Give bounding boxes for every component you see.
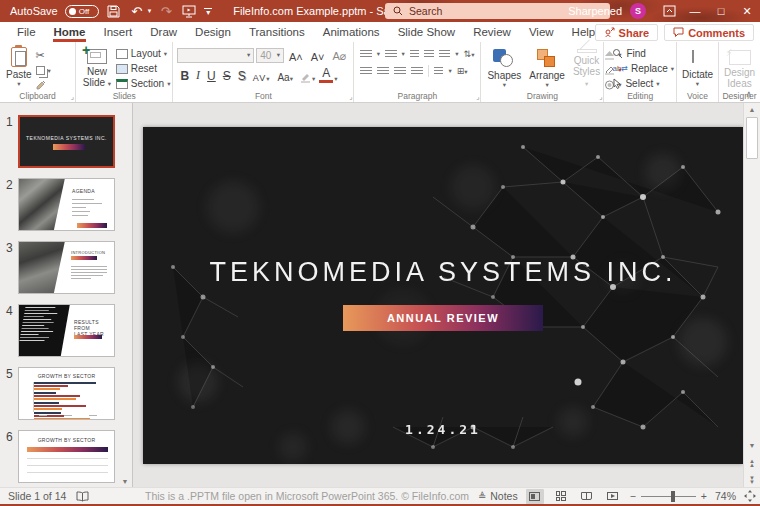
slide-canvas[interactable]: TEKNOMEDIA SYSTEMS INC. ANNUAL REVIEW 1.… — [143, 127, 743, 464]
slide-date[interactable]: 1.24.21 — [143, 422, 743, 437]
undo-icon[interactable]: ↶ — [129, 3, 145, 19]
cut-button[interactable]: ✂ — [36, 49, 51, 62]
normal-view-button[interactable] — [526, 489, 544, 504]
save-icon[interactable] — [106, 3, 122, 19]
justify-icon[interactable] — [411, 67, 423, 76]
text-direction-icon[interactable]: ⇅▾ — [464, 49, 475, 59]
share-button[interactable]: Share — [595, 24, 659, 41]
tab-transitions[interactable]: Transitions — [240, 23, 314, 42]
slide-sorter-view-button[interactable] — [552, 489, 570, 504]
paragraph-dialog-launcher-icon[interactable]: ⌟ — [476, 93, 479, 101]
reset-button[interactable]: Reset — [116, 62, 171, 75]
thumbnail-2-frame[interactable]: AGENDA — [18, 178, 115, 231]
slide-title[interactable]: TEKNOMEDIA SYSTEMS INC. — [143, 257, 743, 288]
thumbnail-scroll-down-icon[interactable]: ▼ — [119, 478, 131, 485]
align-center-icon[interactable] — [377, 67, 389, 76]
tab-design[interactable]: Design — [186, 23, 240, 42]
comments-button[interactable]: Comments — [664, 24, 754, 41]
font-size-combobox[interactable]: 40▾ — [256, 48, 284, 63]
zoom-in-icon[interactable]: + — [701, 490, 707, 502]
user-name[interactable]: Sharpened — [568, 5, 622, 17]
tab-file[interactable]: File — [8, 23, 45, 42]
find-button[interactable]: Find — [612, 47, 674, 60]
shrink-font-button[interactable]: A˅ — [308, 47, 328, 63]
customize-quick-access-icon[interactable]: ▾ — [204, 8, 212, 15]
tab-review[interactable]: Review — [464, 23, 520, 42]
paste-button[interactable]: Paste ▾ — [2, 45, 36, 91]
font-dialog-launcher-icon[interactable]: ⌟ — [349, 93, 352, 101]
zoom-out-icon[interactable]: − — [630, 490, 636, 502]
zoom-slider-thumb[interactable] — [671, 491, 675, 502]
replace-button[interactable]: ab⇄ Replace▾ — [612, 62, 674, 75]
thumbnail-scrollbar[interactable]: ▼ — [119, 103, 131, 487]
accessibility-icon[interactable] — [76, 491, 89, 502]
smartart-icon[interactable]: ⊞▾ — [457, 66, 468, 76]
fit-slide-to-window-icon[interactable] — [744, 490, 756, 502]
section-button[interactable]: Section▾ — [116, 77, 171, 90]
notes-toggle[interactable]: ≜ Notes — [478, 490, 518, 502]
text-shadow-button[interactable]: S — [235, 67, 249, 83]
slide-indicator[interactable]: Slide 1 of 14 — [8, 490, 66, 502]
thumbnail-3-frame[interactable]: INTRODUCTION — [18, 241, 115, 294]
thumbnail-1-frame[interactable]: TEKNOMEDIA SYSTEMS INC. — [18, 115, 115, 168]
start-slideshow-icon[interactable] — [181, 3, 197, 19]
slide-show-view-button[interactable] — [604, 489, 622, 504]
copy-button[interactable]: ▾ — [36, 64, 51, 77]
numbering-icon[interactable] — [385, 50, 396, 59]
select-button[interactable]: Select▾ — [612, 77, 674, 90]
decrease-indent-icon[interactable] — [410, 50, 420, 59]
bold-button[interactable]: B — [177, 67, 192, 83]
tab-view[interactable]: View — [520, 23, 563, 42]
reading-view-button[interactable] — [578, 489, 596, 504]
highlight-color-button[interactable]: ▾ — [297, 67, 318, 83]
font-color-dropdown-icon[interactable]: ▾ — [334, 75, 337, 83]
layout-button[interactable]: Layout▾ — [116, 47, 171, 60]
scroll-up-icon[interactable]: ▲ — [744, 105, 760, 115]
change-case-button[interactable]: Aa▾ — [274, 67, 296, 83]
character-spacing-button[interactable]: AV▾ — [250, 67, 274, 83]
thumbnail-4-frame[interactable]: RESULTS FROMLAST YEAR — [18, 304, 115, 357]
zoom-slider[interactable]: − + — [630, 490, 707, 502]
thumbnail-5-frame[interactable]: GROWTH BY SECTOR — [18, 367, 115, 420]
minimize-button[interactable]: — — [682, 0, 708, 22]
increase-indent-icon[interactable] — [424, 50, 434, 59]
vertical-scrollbar[interactable]: ▲ ▼ ▲▲ ▼▼ — [743, 103, 760, 487]
arrange-button[interactable]: Arrange▾ — [525, 45, 569, 91]
zoom-level[interactable]: 74% — [715, 490, 736, 502]
dictate-button[interactable]: Dictate▾ — [679, 45, 716, 91]
underline-button[interactable]: U — [204, 67, 219, 83]
clear-formatting-button[interactable]: A⌀ — [329, 47, 349, 63]
close-button[interactable]: ✕ — [734, 0, 760, 22]
italic-button[interactable]: I — [193, 67, 203, 83]
tab-draw[interactable]: Draw — [141, 23, 186, 42]
line-spacing-icon[interactable] — [439, 50, 450, 59]
previous-slide-icon[interactable]: ▲▲ — [744, 459, 760, 467]
tab-slide-show[interactable]: Slide Show — [389, 23, 465, 42]
font-name-combobox[interactable]: ▾ — [177, 48, 254, 63]
thumbnail-6-frame[interactable]: GROWTH BY SECTOR — [18, 430, 115, 483]
clipboard-dialog-launcher-icon[interactable]: ⌟ — [71, 93, 74, 101]
scrollbar-thumb[interactable] — [746, 117, 758, 159]
avatar[interactable]: S — [630, 3, 646, 19]
undo-dropdown-icon[interactable]: ▾ — [148, 7, 152, 15]
next-slide-icon[interactable]: ▼▼ — [744, 476, 760, 484]
drawing-dialog-launcher-icon[interactable]: ⌟ — [599, 93, 602, 101]
tab-home[interactable]: Home — [45, 23, 95, 42]
collapse-ribbon-icon[interactable]: ∧ — [745, 89, 752, 99]
align-left-icon[interactable] — [360, 67, 372, 76]
shapes-button[interactable]: Shapes▾ — [483, 45, 525, 91]
maximize-button[interactable]: □ — [708, 0, 734, 22]
new-slide-button[interactable]: New Slide ▾ — [78, 45, 116, 91]
scroll-down-icon[interactable]: ▼ — [744, 441, 760, 451]
tab-insert[interactable]: Insert — [94, 23, 141, 42]
ribbon-display-options-icon[interactable] — [656, 0, 682, 22]
tab-animations[interactable]: Animations — [314, 23, 389, 42]
columns-icon[interactable] — [434, 67, 443, 76]
align-right-icon[interactable] — [394, 67, 406, 76]
autosave-toggle[interactable]: Off — [65, 5, 99, 18]
slide-banner[interactable]: ANNUAL REVIEW — [343, 305, 543, 331]
strikethrough-button[interactable]: S — [220, 67, 234, 83]
font-color-button[interactable]: A — [319, 69, 333, 83]
grow-font-button[interactable]: A˄ — [286, 47, 306, 63]
bullets-icon[interactable] — [360, 50, 371, 59]
